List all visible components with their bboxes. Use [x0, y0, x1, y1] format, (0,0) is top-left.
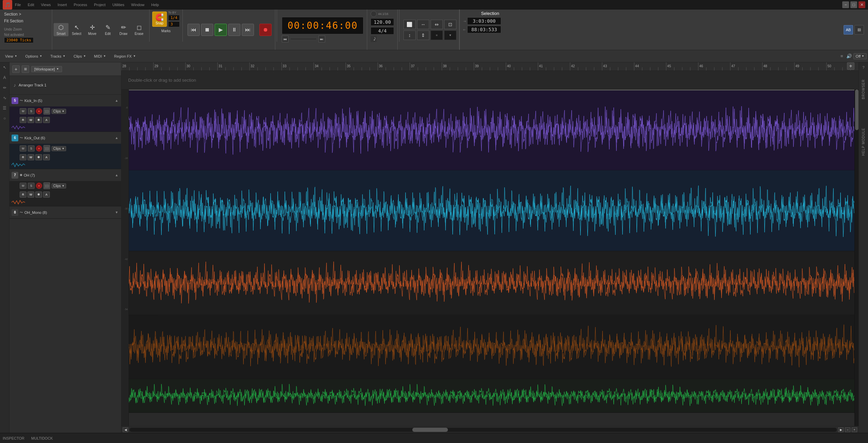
- track-7-a-btn[interactable]: A: [43, 192, 50, 198]
- marks-button[interactable]: Marks: [158, 28, 173, 34]
- track-7-x-btn[interactable]: ✱: [35, 192, 42, 198]
- midi-button[interactable]: MIDI ▼: [90, 53, 110, 59]
- inspector-text-btn[interactable]: A: [1, 74, 8, 81]
- help-module-label[interactable]: HELP MODULE: [862, 128, 865, 156]
- track-7-clips-dropdown[interactable]: Clips ▼: [52, 183, 66, 188]
- draw-tool[interactable]: ✏ Draw: [116, 23, 131, 36]
- quantize-num-display[interactable]: 3: [168, 21, 180, 27]
- right-panel-btn1[interactable]: ?: [860, 64, 867, 71]
- selection-start[interactable]: 3:03:000: [467, 17, 501, 25]
- off-dropdown[interactable]: Off ▼: [853, 53, 867, 59]
- snap-button[interactable]: 🧲 Snap: [152, 12, 167, 27]
- track-7-rec[interactable]: ●: [36, 183, 42, 189]
- vertical-scrollbar[interactable]: [854, 89, 859, 426]
- options-button[interactable]: Options ▼: [22, 53, 46, 59]
- fit-section-button[interactable]: Fit Section: [4, 18, 49, 24]
- zoom-scroll[interactable]: ▼: [444, 31, 456, 40]
- fast-forward-button[interactable]: ⏭: [242, 24, 254, 36]
- zoom-in-h-button[interactable]: ↔: [417, 20, 429, 29]
- menu-insert[interactable]: Insert: [58, 3, 67, 7]
- ticks-display[interactable]: 23040 Ticks: [4, 37, 34, 43]
- menu-project[interactable]: Project: [94, 3, 105, 7]
- loop-end-button[interactable]: ⏭: [318, 36, 325, 42]
- smart-tool[interactable]: ⬡ Smart: [54, 23, 68, 36]
- track-6-x-btn[interactable]: ✱: [35, 154, 42, 160]
- loop-start-button[interactable]: ⏮: [282, 36, 289, 42]
- metronome-icon[interactable]: 𝅘𝅥𝅮: [371, 36, 377, 42]
- track-5-r-btn[interactable]: R: [20, 117, 26, 123]
- menu-utilities[interactable]: Utilities: [112, 3, 124, 7]
- erase-tool[interactable]: ◻ Erase: [132, 23, 146, 36]
- pattern-button[interactable]: ▤: [854, 25, 864, 35]
- track-8-expand[interactable]: ▼: [114, 210, 119, 215]
- stop-button[interactable]: ⏹: [201, 24, 213, 36]
- edit-tool[interactable]: ✎ Edit: [100, 23, 115, 36]
- zoom-v-collapse-button[interactable]: ⇕: [417, 31, 429, 40]
- track-5-a-btn[interactable]: A: [43, 117, 50, 123]
- track-5-monitor[interactable]: )))): [43, 108, 50, 115]
- view-button[interactable]: View ▼: [1, 53, 21, 59]
- track-6-clips-dropdown[interactable]: Clips ▼: [52, 146, 66, 151]
- zoom-select-button[interactable]: ⊡: [444, 20, 456, 29]
- track-7-solo[interactable]: S: [28, 183, 35, 189]
- record-button[interactable]: ⏺: [259, 24, 272, 36]
- track-5-w-btn[interactable]: W: [27, 117, 34, 123]
- inspector-circle-btn[interactable]: ○: [1, 115, 8, 122]
- region-fx-button[interactable]: Region FX ▼: [110, 53, 139, 59]
- vertical-scroll-thumb[interactable]: [855, 89, 859, 130]
- zoom-v-expand-button[interactable]: ↕: [403, 31, 416, 40]
- zoom-out-button[interactable]: −: [845, 427, 850, 432]
- tracks-button[interactable]: Tracks ▼: [46, 53, 69, 59]
- tempo-display[interactable]: 120.00: [371, 18, 394, 26]
- inspector-cursor-btn[interactable]: ↖: [1, 64, 8, 71]
- rewind-button[interactable]: ⏮: [188, 24, 200, 36]
- track-5-expand[interactable]: ▲: [114, 98, 119, 103]
- select-tool[interactable]: ↖ Select: [69, 23, 84, 36]
- lane-icon-button[interactable]: ≡: [839, 53, 845, 60]
- inspector-wave-btn[interactable]: ∿: [1, 94, 8, 102]
- track-6-rec[interactable]: ●: [36, 145, 42, 152]
- zoom-fit-button[interactable]: ⬜: [403, 20, 416, 29]
- pause-button[interactable]: ⏸: [228, 24, 240, 36]
- menu-window[interactable]: Window: [131, 3, 144, 7]
- scroll-left-button[interactable]: ◀: [123, 427, 128, 432]
- menu-views[interactable]: Views: [41, 3, 51, 7]
- inspector-pencil-btn[interactable]: ✏: [1, 84, 8, 92]
- browser-label[interactable]: BROWSER: [862, 79, 865, 99]
- workspace-dropdown[interactable]: [Workspace] ▼: [31, 66, 62, 72]
- play-button[interactable]: ▶: [215, 24, 227, 36]
- quantize-display[interactable]: 1/4: [168, 15, 180, 21]
- add-track-button[interactable]: +: [12, 65, 20, 73]
- window-maximize[interactable]: □: [850, 1, 857, 8]
- add-track-timeline-button[interactable]: +: [847, 62, 854, 70]
- h-scroll-thumb[interactable]: [412, 428, 448, 432]
- track-5-mute[interactable]: M: [20, 108, 26, 114]
- track-5-rec[interactable]: ●: [36, 108, 42, 114]
- speaker-icon-button[interactable]: 🔊: [846, 53, 853, 60]
- track-7-monitor[interactable]: )))): [43, 182, 50, 189]
- track-group-button[interactable]: ⊞: [22, 65, 29, 73]
- move-tool[interactable]: ✛ Move: [85, 23, 100, 36]
- time-sig-main[interactable]: 4/4: [371, 27, 394, 35]
- track-6-w-btn[interactable]: W: [27, 154, 34, 160]
- track-6-mute[interactable]: M: [20, 145, 26, 152]
- menu-file[interactable]: File: [15, 3, 21, 7]
- h-scroll-track[interactable]: [130, 428, 837, 432]
- track-6-expand[interactable]: ▲: [114, 136, 119, 140]
- window-minimize[interactable]: −: [842, 1, 849, 8]
- menu-edit[interactable]: Edit: [28, 3, 34, 7]
- track-7-mute[interactable]: M: [20, 183, 26, 189]
- selection-end[interactable]: 88:03:533: [467, 26, 501, 33]
- clips-button[interactable]: Clips ▼: [70, 53, 90, 59]
- window-close[interactable]: ✕: [859, 1, 865, 8]
- track-6-monitor[interactable]: )))): [43, 145, 50, 152]
- ab-compare-button[interactable]: AB: [844, 25, 853, 35]
- track-7-r-btn[interactable]: R: [20, 192, 26, 198]
- ruler[interactable]: [121, 62, 859, 71]
- zoom-in-button[interactable]: +: [852, 427, 857, 432]
- track-5-x-btn[interactable]: ✱: [35, 117, 42, 123]
- track-7-w-btn[interactable]: W: [27, 192, 34, 198]
- undo-zoom-button[interactable]: Undo Zoom: [4, 26, 22, 32]
- track-6-solo[interactable]: S: [28, 145, 35, 152]
- scroll-right-button[interactable]: ▶: [838, 427, 844, 432]
